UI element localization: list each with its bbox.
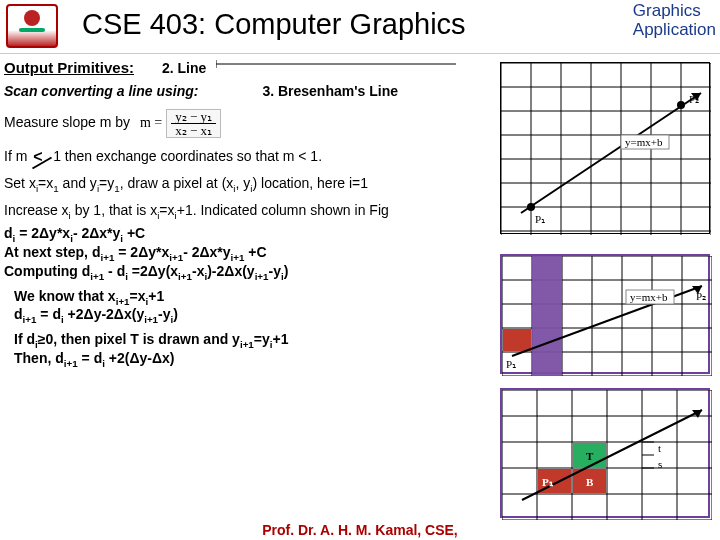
t: ) (284, 263, 289, 279)
badge-line-1: Graphics (633, 1, 701, 20)
figure-t-b-pixels: P₁ T B t s (500, 388, 710, 518)
slope-fraction: y₂ − y₁ x₂ − x₁ (166, 109, 221, 138)
s: i+1 (23, 314, 37, 325)
t: +1 (148, 288, 164, 304)
t: 2Δx*y (192, 244, 231, 260)
para-di: di = 2Δy*xi- 2Δx*yi +C At next step, di+… (4, 224, 524, 281)
s: i+1 (255, 271, 269, 282)
t: +C (123, 225, 145, 241)
t: =y (254, 331, 270, 347)
row-measure-slope: Measure slope m by m = y₂ − y₁ x₂ − x₁ (4, 109, 524, 138)
t: 2Δx*y (81, 225, 120, 241)
university-logo (6, 4, 58, 48)
row-increase: Increase xi by 1, that is xi=xi+1. Indic… (4, 201, 524, 220)
para-ifdi: If di≥0, then pixel T is drawn and yi+1=… (14, 330, 524, 368)
t: -x (192, 263, 204, 279)
figure-line-grid: y=mx+b P₁ P₂ (500, 62, 710, 234)
t: = d (36, 306, 61, 322)
topic-badge: Graphics Application (627, 0, 720, 45)
t: -y (158, 306, 170, 322)
scanconvert-prefix: Scan converting a line using: (4, 83, 198, 99)
t: = d (78, 350, 103, 366)
t: 2Δy*x (130, 244, 169, 260)
t: Then, d (14, 350, 64, 366)
ifm-prefix: If m (4, 148, 27, 164)
s: i+1 (100, 252, 114, 263)
slide-header: CSE 403: Computer Graphics Graphics Appl… (0, 0, 720, 54)
row-setxy: Set xi=x1 and yi=y1, draw a pixel at (xi… (4, 174, 524, 193)
t: We know that x (14, 288, 116, 304)
t: )-2Δx(y (207, 263, 254, 279)
fig1-p1: P₁ (535, 213, 545, 225)
figure-highlight-column: y=mx+b P₁ P₂ (500, 254, 710, 374)
t: = (114, 244, 130, 260)
t: =x (38, 175, 53, 191)
fraction-denominator: x₂ − x₁ (171, 124, 216, 137)
figure1-svg: y=mx+b P₁ P₂ (501, 63, 711, 235)
svg-point-20 (527, 203, 535, 211)
measure-prefix: Measure slope m by (4, 114, 130, 130)
t: Set x (4, 175, 36, 191)
svg-rect-38 (503, 329, 531, 351)
t: -y (269, 263, 281, 279)
bresenham-label: 3. Bresenham's Line (262, 83, 398, 99)
t: +1 (273, 331, 289, 347)
t: , draw a pixel at (x (120, 175, 234, 191)
s: i+1 (231, 252, 245, 263)
slide-body: Output Primitives: 2. Line Scan converti… (4, 58, 524, 374)
t: = (15, 225, 31, 241)
footer-author: Prof. Dr. A. H. M. Kamal, CSE, (0, 522, 720, 540)
t: , y (236, 175, 251, 191)
t: - d (104, 263, 125, 279)
t: =x (130, 288, 146, 304)
fig3-s-side: s (658, 458, 662, 470)
fig3-b: B (586, 476, 594, 488)
t: +1. Indicated column shown in Fig (177, 202, 389, 218)
t: At next step, d (4, 244, 100, 260)
t: =2Δy(x (128, 263, 178, 279)
t: +2Δy-2Δx(y (64, 306, 144, 322)
t: Increase x (4, 202, 69, 218)
output-primitives-label: Output Primitives: (4, 59, 134, 76)
fig3-t: T (586, 450, 594, 462)
s: i+1 (178, 271, 192, 282)
fig2-p1: P₁ (506, 358, 516, 370)
s: i+1 (169, 252, 183, 263)
row-heading: Output Primitives: 2. Line (4, 58, 524, 78)
t: =y (99, 175, 114, 191)
fig2-eq: y=mx+b (630, 291, 668, 303)
svg-point-21 (677, 101, 685, 109)
t: ) (173, 306, 178, 322)
t: =x (159, 202, 174, 218)
line-section-label: 2. Line (162, 60, 206, 76)
fig1-eq: y=mx+b (625, 136, 663, 148)
t: +C (244, 244, 266, 260)
t: If d (14, 331, 35, 347)
s: i+1 (116, 295, 130, 306)
m-equals: m = (140, 115, 162, 130)
t: d (14, 306, 23, 322)
fig3-t-side: t (658, 442, 661, 454)
ifm-suffix: 1 then exchange coordinates so that m < … (53, 148, 322, 164)
figure2-svg: y=mx+b P₁ P₂ (502, 256, 712, 376)
s: i+1 (144, 314, 158, 325)
s: i+1 (240, 339, 254, 350)
row-scanconvert: Scan converting a line using: 3. Bresenh… (4, 82, 524, 101)
s: i+1 (64, 358, 78, 369)
t: and y (59, 175, 97, 191)
t: by 1, that is x (71, 202, 157, 218)
badge-line-2: Application (633, 20, 716, 39)
t: 2Δy*x (31, 225, 70, 241)
row-ifm: If m 1 then exchange coordinates so that… (4, 146, 524, 168)
figure3-svg: P₁ T B t s (502, 390, 712, 520)
svg-rect-37 (532, 256, 562, 376)
not-less-than-symbol (31, 146, 49, 168)
fraction-numerator: y₂ − y₁ (171, 110, 216, 124)
line-annotation-tick (216, 58, 456, 70)
s: i+1 (90, 271, 104, 282)
course-title: CSE 403: Computer Graphics (82, 8, 466, 41)
fig2-p2: P₂ (696, 290, 706, 302)
fig1-p2: P₂ (689, 93, 699, 105)
fig3-p1: P₁ (542, 476, 554, 488)
t: ) location, here i=1 (252, 175, 368, 191)
